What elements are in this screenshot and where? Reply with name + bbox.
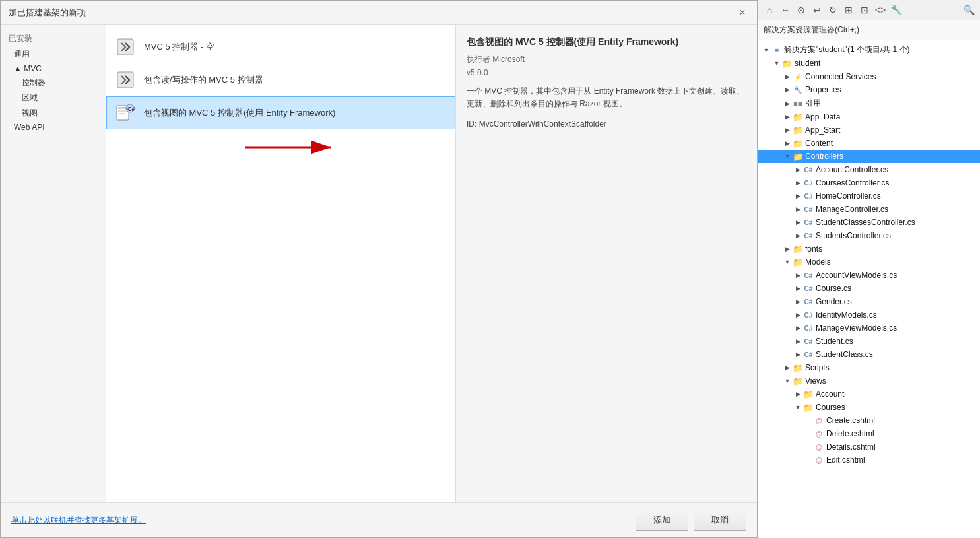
managevm-expander[interactable] (793, 323, 803, 333)
tree-gender[interactable]: C# Gender.cs (758, 295, 980, 308)
se-home-btn[interactable]: ⌂ (762, 3, 777, 17)
tree-home-controller[interactable]: C# HomeController.cs (758, 189, 980, 203)
project-expander[interactable] (771, 58, 782, 69)
tree-edit-cshtml[interactable]: @ Edit.cshtml (758, 454, 980, 467)
more-extensions-link[interactable]: 单击此处以联机并查找更多基架扩展。 (11, 515, 146, 526)
template-name-readwrite: 包含读/写操作的 MVC 5 控制器 (144, 74, 263, 86)
tree-appdata[interactable]: 📁 App_Data (758, 110, 980, 123)
tree-views[interactable]: 📁 Views (758, 374, 980, 387)
close-button[interactable]: × (736, 6, 749, 19)
tree-properties[interactable]: 🔧 Properties (758, 83, 980, 96)
tree-content[interactable]: 📁 Content (758, 137, 980, 150)
tree-student[interactable]: C# Student.cs (758, 335, 980, 348)
connected-expander[interactable] (782, 71, 793, 82)
svg-rect-5 (118, 113, 125, 114)
template-item-empty[interactable]: MVC 5 控制器 - 空 (106, 30, 455, 63)
models-expander[interactable] (782, 257, 793, 267)
tree-fonts[interactable]: 📁 fonts (758, 242, 980, 255)
se-code-btn[interactable]: <> (873, 3, 888, 17)
se-pages-btn[interactable]: ⊡ (857, 3, 872, 17)
sidebar-item-controllers[interactable]: 控制器 (1, 75, 106, 90)
sidebar-item-general[interactable]: 通用 (1, 47, 106, 62)
tree-manage-controller[interactable]: C# ManageController.cs (758, 203, 980, 216)
tree-studentclass[interactable]: C# StudentClass.cs (758, 348, 980, 361)
tree-project[interactable]: 📁 student (758, 57, 980, 70)
tree-create-cshtml[interactable]: @ Create.cshtml (758, 414, 980, 427)
views-courses-expander[interactable] (793, 402, 803, 413)
se-wrench-btn[interactable]: 🔧 (889, 3, 903, 17)
tree-controllers[interactable]: 📁 Controllers (758, 150, 980, 163)
create-icon: @ (814, 415, 824, 426)
managevm-label: ManageViewModels.cs (816, 323, 897, 333)
description-panel: 包含视图的 MVC 5 控制器(使用 Entity Framework) 执行者… (456, 25, 757, 502)
sidebar-item-area[interactable]: 区域 (1, 90, 106, 106)
tree-appstart[interactable]: 📁 App_Start (758, 123, 980, 137)
tree-details-cshtml[interactable]: @ Details.cshtml (758, 440, 980, 454)
sidebar-item-mvc[interactable]: ▲ MVC (1, 62, 106, 75)
appstart-icon: 📁 (793, 125, 803, 135)
course-expander[interactable] (793, 283, 803, 294)
cancel-button[interactable]: 取消 (694, 510, 746, 531)
scc-expander[interactable] (793, 217, 803, 228)
tree-models[interactable]: 📁 Models (758, 255, 980, 269)
tree-scripts[interactable]: 📁 Scripts (758, 361, 980, 374)
controllers-expander[interactable] (782, 151, 793, 162)
tree-avm[interactable]: C# AccountViewModels.cs (758, 269, 980, 282)
tree-identity[interactable]: C# IdentityModels.cs (758, 308, 980, 321)
cc-expander[interactable] (793, 178, 803, 188)
se-dot-btn[interactable]: ⊙ (794, 3, 808, 17)
tree-views-courses[interactable]: 📁 Courses (758, 401, 980, 414)
content-expander[interactable] (782, 138, 793, 149)
desc-version: v5.0.0 (467, 68, 746, 77)
template-item-readwrite[interactable]: 包含读/写操作的 MVC 5 控制器 (106, 63, 455, 96)
sc-icon: C# (803, 230, 814, 241)
hc-expander[interactable] (793, 191, 803, 201)
identity-expander[interactable] (793, 310, 803, 320)
tree-managevm[interactable]: C# ManageViewModels.cs (758, 321, 980, 335)
gender-expander[interactable] (793, 296, 803, 307)
tree-course[interactable]: C# Course.cs (758, 282, 980, 295)
ac-expander[interactable] (793, 164, 803, 175)
sidebar-item-webapi[interactable]: Web API (1, 121, 106, 134)
scripts-expander[interactable] (782, 362, 793, 373)
student-expander[interactable] (793, 336, 803, 347)
fonts-expander[interactable] (782, 244, 793, 254)
views-expander[interactable] (782, 376, 793, 386)
footer-buttons: 添加 取消 (636, 510, 746, 531)
appdata-expander[interactable] (782, 112, 793, 122)
dialog-content-area: MVC 5 控制器 - 空 包含读/写操作的 MVC 5 控制器 (106, 25, 757, 502)
refs-expander[interactable] (782, 98, 793, 109)
appstart-expander[interactable] (782, 125, 793, 135)
avm-expander[interactable] (793, 270, 803, 281)
tree-refs[interactable]: ■■ 引用 (758, 96, 980, 110)
tree-solution[interactable]: ■ 解决方案"student"(1 个项目/共 1 个) (758, 43, 980, 57)
scaffold-dialog: 加已搭建基架的新项 × 已安装 通用 ▲ MVC 控制器 区域 视图 Web A… (0, 0, 758, 538)
views-account-expander[interactable] (793, 389, 803, 399)
se-nav-btn[interactable]: ↔ (778, 3, 793, 17)
add-button[interactable]: 添加 (636, 510, 688, 531)
views-account-label: Account (816, 389, 844, 399)
properties-expander[interactable] (782, 84, 793, 95)
tree-account-controller[interactable]: C# AccountController.cs (758, 163, 980, 176)
scc-icon: C# (803, 217, 814, 228)
sc-expander[interactable] (793, 230, 803, 241)
mc-expander[interactable] (793, 204, 803, 215)
mc-label: ManageController.cs (816, 205, 888, 214)
fonts-icon: 📁 (793, 244, 803, 254)
properties-icon: 🔧 (793, 84, 803, 95)
tree-connected-services[interactable]: ⚡ Connected Services (758, 70, 980, 83)
template-item-views[interactable]: C# 包含视图的 MVC 5 控制器(使用 Entity Framework) (106, 96, 455, 129)
studentclass-expander[interactable] (793, 349, 803, 360)
tree-delete-cshtml[interactable]: @ Delete.cshtml (758, 427, 980, 440)
tree-students-controller[interactable]: C# StudentsController.cs (758, 229, 980, 242)
tree-views-account[interactable]: 📁 Account (758, 387, 980, 401)
se-refresh-btn[interactable]: ↻ (826, 3, 840, 17)
solution-expander[interactable] (761, 45, 771, 55)
se-sync-btn[interactable]: ⊞ (841, 3, 856, 17)
se-search-btn[interactable]: 🔍 (962, 3, 976, 17)
tree-studentclasses-controller[interactable]: C# StudentClassesController.cs (758, 216, 980, 229)
tree-courses-controller[interactable]: C# CoursesController.cs (758, 176, 980, 189)
se-back-btn[interactable]: ↩ (810, 3, 824, 17)
sidebar-item-views[interactable]: 视图 (1, 106, 106, 121)
connected-icon: ⚡ (793, 71, 803, 82)
